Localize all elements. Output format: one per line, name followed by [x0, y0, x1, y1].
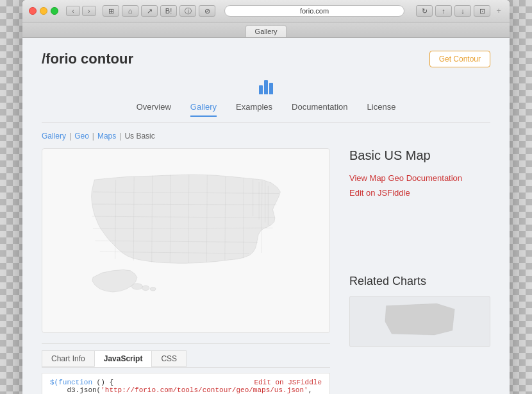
window-icon[interactable]: ⊡ — [474, 5, 490, 17]
browser-tab[interactable]: Gallery — [245, 25, 287, 37]
map-area: Chart Info JavaScript CSS Edit on JSFidd… — [42, 148, 330, 394]
breadcrumb: Gallery | Geo | Maps | Us Basic — [42, 132, 490, 141]
code-tab-css[interactable]: CSS — [151, 350, 187, 367]
map-section-title: Basic US Map — [349, 148, 490, 163]
close-button[interactable] — [29, 7, 37, 15]
layers-icon[interactable]: ⊞ — [103, 5, 119, 17]
bar-chart-icon — [259, 76, 273, 94]
breadcrumb-sep3: | — [119, 132, 121, 141]
breadcrumb-sep2: | — [92, 132, 94, 141]
us-map-svg — [49, 155, 323, 326]
back-button[interactable]: ‹ — [66, 6, 80, 16]
browser-window: ‹ › ⊞ ⌂ ↗ B! ⓘ ⊘ forio.com ↻ ↑ ↓ ⊡ + Gal… — [22, 0, 510, 394]
upload-icon[interactable]: ↑ — [435, 5, 452, 17]
breadcrumb-geo[interactable]: Geo — [74, 132, 89, 141]
toolbar-icons: ⊞ ⌂ ↗ B! ⓘ ⊘ — [103, 5, 215, 17]
logo-text: /forio — [42, 51, 77, 67]
logo-suffix: contour — [77, 51, 133, 67]
get-contour-button[interactable]: Get Contour — [429, 51, 490, 67]
tab-license[interactable]: License — [367, 102, 396, 117]
right-panel: Basic US Map View Map Geo Documentation … — [349, 148, 490, 394]
nav-tabs: Overview Gallery Examples Documentation … — [42, 102, 490, 123]
bar2 — [264, 80, 268, 94]
tab-documentation[interactable]: Documentation — [292, 102, 347, 117]
edit-on-jsfiddle-link[interactable]: Edit on JSFiddle — [349, 188, 490, 198]
nav-buttons: ‹ › — [66, 6, 96, 16]
refresh-icon[interactable]: ↻ — [416, 5, 433, 17]
tab-examples[interactable]: Examples — [236, 102, 272, 117]
bar3 — [269, 83, 273, 94]
code-tab-chart-info[interactable]: Chart Info — [42, 350, 95, 367]
block-icon[interactable]: ⊘ — [199, 5, 215, 17]
related-map-svg — [362, 299, 478, 344]
related-charts-section: Related Charts — [349, 275, 490, 347]
address-bar[interactable]: forio.com — [224, 5, 404, 17]
page-content: /forio contour Get Contour Overview Gall… — [22, 38, 510, 394]
breadcrumb-gallery[interactable]: Gallery — [42, 132, 66, 141]
map-container — [42, 148, 330, 333]
svg-point-21 — [150, 287, 156, 291]
right-toolbar-icons: ↻ ↑ ↓ ⊡ — [416, 5, 490, 17]
breadcrumb-current: Us Basic — [124, 132, 154, 141]
view-map-geo-doc-link[interactable]: View Map Geo Documentation — [349, 173, 490, 183]
window-close-btn[interactable]: + — [494, 6, 503, 15]
share-icon[interactable]: ↗ — [141, 5, 158, 17]
browser-titlebar: ‹ › ⊞ ⌂ ↗ B! ⓘ ⊘ forio.com ↻ ↑ ↓ ⊡ + — [22, 0, 510, 22]
bookmark-icon[interactable]: B! — [160, 5, 177, 17]
tab-gallery[interactable]: Gallery — [190, 102, 217, 117]
code-tab-javascript[interactable]: JavaScript — [94, 350, 153, 367]
svg-point-19 — [131, 284, 142, 290]
bar1 — [259, 85, 263, 94]
breadcrumb-sep1: | — [69, 132, 71, 141]
tab-overview[interactable]: Overview — [137, 102, 171, 117]
traffic-lights — [29, 7, 58, 15]
logo-icon-area — [42, 76, 490, 97]
main-content: Chart Info JavaScript CSS Edit on JSFidd… — [42, 148, 490, 394]
tab-bar: Gallery — [22, 22, 510, 38]
code-line2: d3.json('http://forio.com/tools/contour/… — [50, 386, 322, 394]
edit-jsfiddle-link[interactable]: Edit on JSFiddle — [254, 379, 322, 386]
related-charts-title: Related Charts — [349, 275, 490, 288]
page-header: /forio contour Get Contour — [42, 51, 490, 67]
svg-point-20 — [142, 286, 149, 291]
code-section: Chart Info JavaScript CSS Edit on JSFidd… — [42, 343, 330, 394]
logo: /forio contour — [42, 51, 133, 67]
breadcrumb-maps[interactable]: Maps — [97, 132, 116, 141]
minimize-button[interactable] — [40, 7, 47, 15]
related-map-thumbnail[interactable] — [349, 296, 490, 347]
maximize-button[interactable] — [51, 7, 58, 15]
code-area: Edit on JSFiddle $(function () { d3.json… — [42, 373, 330, 394]
info-icon[interactable]: ⓘ — [179, 5, 196, 17]
forward-button[interactable]: › — [82, 6, 96, 16]
code-tabs: Chart Info JavaScript CSS — [42, 350, 330, 368]
home-icon[interactable]: ⌂ — [122, 5, 138, 17]
download-icon[interactable]: ↓ — [454, 5, 471, 17]
